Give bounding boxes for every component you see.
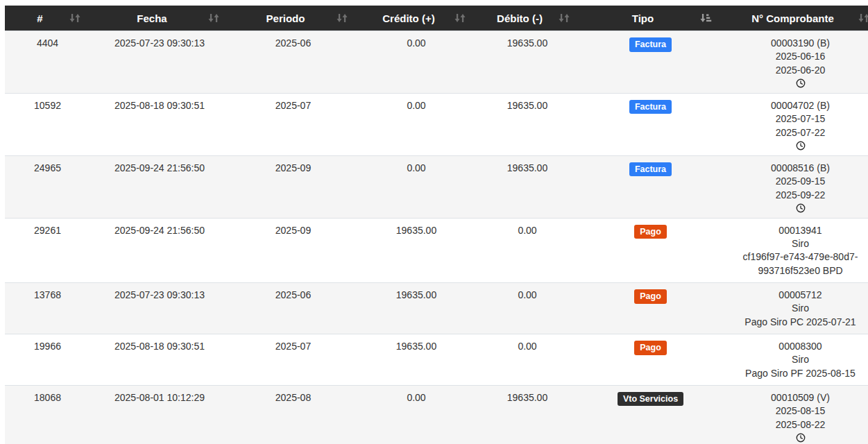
- cell-periodo: 2025-06: [229, 31, 357, 94]
- cell-credito: 19635.00: [357, 218, 475, 282]
- cell-comprobante: 00005712SiroPago Siro PC 2025-07-21: [722, 283, 868, 334]
- cell-credito: 19635.00: [357, 283, 475, 334]
- tipo-badge: Pago: [634, 341, 667, 355]
- cell-fecha: 2025-08-18 09:30:51: [90, 93, 229, 155]
- comprobante-line: Siro: [727, 353, 868, 366]
- comprobante-line: Siro: [727, 237, 868, 250]
- comprobante-line: 2025-08-15: [727, 404, 868, 418]
- cell-periodo: 2025-09: [229, 218, 357, 282]
- cell-debito: 19635.00: [475, 155, 579, 218]
- sort-both-icon: [559, 13, 570, 23]
- clock-icon: [796, 433, 806, 443]
- cell-fecha: 2025-07-23 09:30:13: [90, 283, 229, 334]
- cell-debito: 0.00: [475, 218, 579, 282]
- comprobante-line: 00003190 (B): [727, 37, 868, 50]
- comprobante-clock[interactable]: [727, 433, 868, 443]
- cell-comprobante: 00013941Sirocf196f97-e743-479e-80d7-9937…: [722, 218, 868, 282]
- comprobante-clock[interactable]: [727, 203, 868, 213]
- table-row: 4404 2025-07-23 09:30:13 2025-06 0.00 19…: [5, 31, 868, 94]
- column-header-comprobante[interactable]: N° Comprobante: [722, 6, 868, 31]
- cell-periodo: 2025-09: [229, 155, 357, 218]
- sort-amount-desc-icon: [700, 13, 712, 23]
- comprobante-line: 00013941: [727, 224, 868, 237]
- comprobante-line: 00008300: [727, 340, 868, 353]
- comprobante-line: 2025-06-16: [727, 50, 868, 63]
- tipo-badge: Vto Servicios: [618, 392, 683, 407]
- cell-fecha: 2025-07-23 09:30:13: [90, 31, 229, 94]
- tipo-badge: Pago: [634, 225, 667, 239]
- cell-id: 24965: [5, 155, 90, 218]
- cell-periodo: 2025-07: [229, 334, 357, 386]
- column-label: Fecha: [137, 12, 167, 24]
- sort-both-icon: [208, 13, 219, 23]
- sort-both-icon: [69, 13, 80, 23]
- comprobante-lines: 00013941Sirocf196f97-e743-479e-80d7-9937…: [727, 224, 868, 278]
- cell-periodo: 2025-07: [229, 93, 357, 155]
- comprobante-lines: 00003190 (B)2025-06-162025-06-20: [727, 37, 868, 77]
- cell-fecha: 2025-09-24 21:56:50: [90, 218, 229, 282]
- cell-comprobante: 00003190 (B)2025-06-162025-06-20: [722, 31, 868, 94]
- cell-credito: 0.00: [357, 385, 475, 444]
- comprobante-lines: 00004702 (B)2025-07-152025-07-22: [727, 99, 868, 139]
- comprobante-line: 2025-06-20: [727, 64, 868, 77]
- cell-id: 29261: [5, 218, 90, 282]
- cell-credito: 0.00: [357, 31, 475, 94]
- comprobante-line: 00005712: [727, 289, 868, 302]
- cell-debito: 19635.00: [475, 93, 579, 155]
- comprobante-line: 00010509 (V): [727, 391, 868, 404]
- cell-fecha: 2025-08-18 09:30:51: [90, 334, 229, 386]
- cell-tipo: Pago: [579, 334, 722, 386]
- comprobante-line: 00008516 (B): [727, 162, 868, 175]
- cell-tipo: Factura: [579, 93, 722, 155]
- cell-periodo: 2025-06: [229, 283, 357, 334]
- column-label: #: [37, 12, 42, 24]
- column-header-tipo[interactable]: Tipo: [579, 6, 722, 31]
- comprobante-line: 2025-07-15: [727, 112, 868, 126]
- table-row: 19966 2025-08-18 09:30:51 2025-07 19635.…: [5, 334, 868, 386]
- comprobante-lines: 00010509 (V)2025-08-152025-08-22: [727, 391, 868, 432]
- comprobante-lines: 00008516 (B)2025-09-152025-09-22: [727, 162, 868, 202]
- sort-both-icon: [337, 13, 348, 23]
- column-label: Débito (-): [497, 12, 543, 24]
- column-header-debito[interactable]: Débito (-): [475, 6, 579, 31]
- column-header-fecha[interactable]: Fecha: [90, 6, 229, 31]
- cell-fecha: 2025-09-24 21:56:50: [90, 155, 229, 218]
- cell-tipo: Pago: [579, 283, 722, 334]
- cell-id: 18068: [5, 385, 90, 444]
- cell-credito: 0.00: [357, 155, 475, 218]
- comprobante-clock[interactable]: [727, 141, 868, 151]
- comprobante-line: 2025-08-22: [727, 418, 868, 432]
- cell-credito: 0.00: [357, 93, 475, 155]
- cell-fecha: 2025-08-01 10:12:29: [90, 385, 229, 444]
- table-row: 13768 2025-07-23 09:30:13 2025-06 19635.…: [5, 283, 868, 334]
- cell-tipo: Factura: [579, 31, 722, 94]
- sort-both-icon: [454, 13, 466, 23]
- cell-tipo: Factura: [579, 155, 722, 218]
- tipo-badge: Factura: [629, 100, 672, 114]
- table-row: 18068 2025-08-01 10:12:29 2025-08 0.00 1…: [5, 385, 868, 444]
- tipo-badge: Pago: [634, 289, 667, 304]
- column-header-credito[interactable]: Crédito (+): [357, 6, 475, 31]
- comprobante-line: Pago Siro PC 2025-07-21: [727, 316, 868, 329]
- column-header-periodo[interactable]: Periodo: [229, 6, 357, 31]
- cell-debito: 0.00: [475, 334, 579, 386]
- column-label: N° Comprobante: [751, 12, 834, 24]
- sort-both-icon: [858, 13, 868, 23]
- clock-icon: [796, 141, 806, 151]
- cell-id: 13768: [5, 283, 90, 334]
- comprobante-line: cf196f97-e743-479e-80d7-993716f523e0 BPD: [727, 250, 868, 278]
- comprobante-lines: 00008300SiroPago Siro PF 2025-08-15: [727, 340, 868, 380]
- column-header-id[interactable]: #: [5, 6, 90, 31]
- comprobante-line: Pago Siro PF 2025-08-15: [727, 367, 868, 380]
- comprobante-line: 00004702 (B): [727, 99, 868, 112]
- cell-comprobante: 00010509 (V)2025-08-152025-08-22: [722, 385, 868, 444]
- cell-debito: 19635.00: [475, 385, 579, 444]
- table-header: # Fecha Periodo Crédito (+): [5, 6, 868, 31]
- cell-id: 10592: [5, 93, 90, 155]
- tipo-badge: Factura: [629, 162, 672, 177]
- cell-comprobante: 00008516 (B)2025-09-152025-09-22: [722, 155, 868, 218]
- comprobante-clock[interactable]: [727, 78, 868, 88]
- cell-debito: 19635.00: [475, 31, 579, 94]
- comprobante-line: 2025-09-15: [727, 175, 868, 188]
- cell-credito: 19635.00: [357, 334, 475, 386]
